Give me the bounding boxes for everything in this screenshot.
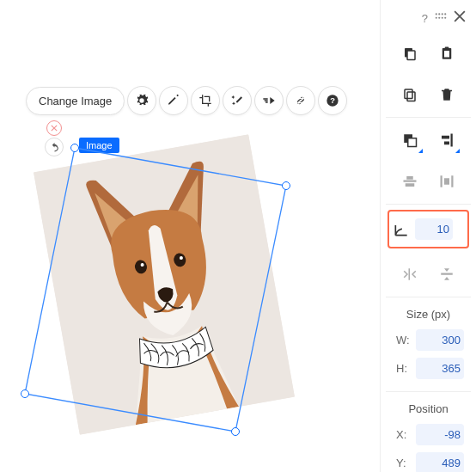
svg-rect-22: [407, 92, 415, 101]
magic-wand-icon: [230, 94, 244, 107]
svg-rect-32: [452, 175, 454, 187]
x-icon: [51, 125, 58, 132]
svg-rect-17: [407, 51, 415, 60]
gear-icon: [135, 94, 149, 107]
rotation-input[interactable]: [415, 218, 453, 240]
copy-button[interactable]: [398, 41, 422, 65]
image-toolbar: Change Image ?: [26, 86, 347, 115]
y-input[interactable]: [416, 452, 464, 472]
flip-v-icon: [439, 267, 455, 282]
svg-rect-30: [406, 183, 415, 187]
size-section-title: Size (px): [386, 299, 471, 326]
help-button[interactable]: ?: [318, 86, 347, 115]
bring-forward-button[interactable]: [398, 128, 422, 152]
selection-box[interactable]: [22, 141, 294, 438]
svg-rect-25: [451, 134, 453, 147]
svg-point-9: [438, 13, 440, 15]
bring-forward-icon: [402, 132, 418, 148]
svg-rect-29: [406, 176, 413, 180]
align-right-icon: [439, 132, 455, 148]
drag-handle-icon[interactable]: [435, 10, 447, 26]
svg-rect-31: [441, 175, 442, 187]
svg-point-12: [436, 17, 437, 19]
align-center-h-icon: [402, 174, 418, 189]
panel-help-button[interactable]: ?: [422, 12, 428, 25]
svg-rect-19: [445, 47, 449, 50]
copy-icon: [402, 46, 418, 61]
brush-button[interactable]: [159, 86, 188, 115]
svg-point-13: [438, 17, 440, 19]
paste-icon: [439, 46, 455, 61]
resize-handle-br[interactable]: [231, 427, 240, 436]
close-panel-button[interactable]: [454, 10, 466, 26]
height-label: H:: [396, 362, 415, 375]
link-icon: [294, 94, 308, 107]
crop-icon: [198, 94, 212, 107]
delete-button[interactable]: [435, 83, 459, 107]
animate-button[interactable]: [254, 86, 284, 115]
distribute-icon: [439, 174, 455, 189]
svg-point-14: [442, 17, 443, 19]
svg-point-11: [444, 13, 446, 15]
crop-button[interactable]: [191, 86, 220, 115]
height-input[interactable]: [416, 358, 464, 379]
link-button[interactable]: [286, 86, 315, 115]
brush-icon: [167, 94, 180, 107]
svg-point-8: [436, 13, 437, 15]
trash-icon: [439, 87, 455, 102]
resize-handle-tr[interactable]: [282, 181, 290, 190]
flip-horizontal-button[interactable]: [398, 262, 422, 286]
width-label: W:: [396, 334, 415, 346]
delete-element-button[interactable]: [46, 120, 62, 136]
svg-rect-27: [444, 142, 449, 145]
properties-panel: ? Size (px) W: H: Position X: Y:: [380, 0, 476, 472]
svg-rect-33: [444, 178, 449, 185]
duplicate-icon: [402, 87, 418, 102]
angle-icon: [393, 221, 410, 238]
x-label: X:: [396, 428, 415, 441]
resize-handle-bl[interactable]: [21, 389, 29, 398]
svg-rect-34: [442, 273, 454, 275]
width-input[interactable]: [416, 329, 464, 351]
svg-rect-26: [442, 136, 449, 139]
x-input[interactable]: [416, 424, 464, 445]
change-image-button[interactable]: Change Image: [26, 87, 125, 115]
settings-button[interactable]: [127, 86, 156, 115]
svg-marker-7: [25, 148, 286, 432]
distribute-button[interactable]: [435, 169, 459, 193]
flip-h-icon: [402, 267, 418, 282]
paste-button[interactable]: [435, 41, 459, 65]
flip-vertical-button[interactable]: [435, 262, 459, 286]
canvas[interactable]: Change Image ?: [0, 0, 380, 472]
magic-button[interactable]: [223, 86, 252, 115]
y-label: Y:: [396, 457, 415, 469]
align-right-button[interactable]: [435, 128, 459, 152]
rotation-row: [388, 210, 469, 248]
align-center-h-button[interactable]: [398, 169, 422, 193]
svg-point-15: [444, 17, 446, 19]
duplicate-button[interactable]: [398, 83, 422, 107]
svg-rect-20: [444, 51, 449, 58]
svg-rect-24: [408, 138, 417, 147]
motion-icon: [262, 94, 276, 107]
position-section-title: Position: [386, 394, 471, 420]
help-circle-icon: ?: [326, 94, 339, 107]
svg-rect-21: [405, 89, 412, 99]
svg-rect-28: [403, 181, 416, 182]
svg-text:?: ?: [330, 96, 335, 105]
svg-point-10: [442, 13, 443, 15]
resize-handle-tl[interactable]: [70, 144, 79, 152]
